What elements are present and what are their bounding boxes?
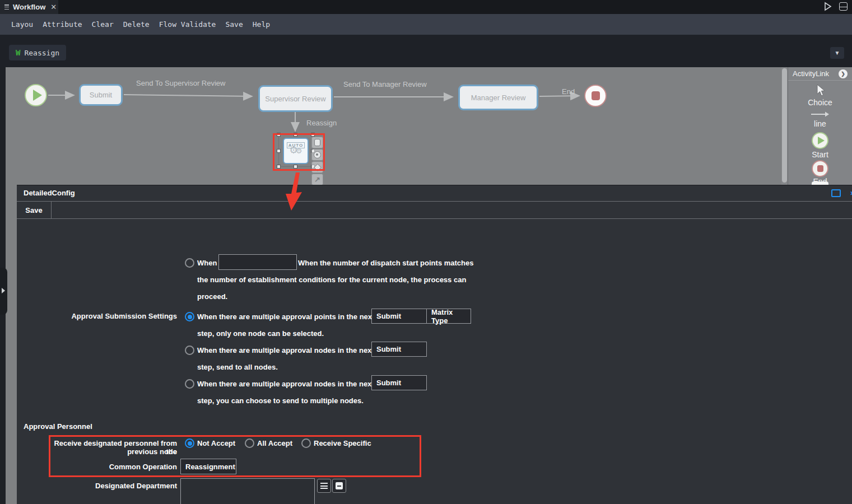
node-supervisor-review[interactable]: Supervisor Review [258,85,333,112]
start-tool-icon[interactable] [812,132,828,149]
edge-label-reassign: Reassign [306,119,337,127]
common-operation-label: Common Operation [54,463,177,471]
activity-link-palette: ActivityLink ❯ Choice line Start End [788,67,852,185]
window-tab-workflow[interactable]: Workflow ✕ [0,0,58,14]
red-highlight-box [273,133,325,171]
start-node[interactable] [25,84,47,106]
menu-item-save[interactable]: Save [225,20,243,29]
config-panel-header: DetailedConfig » [17,185,852,202]
approval-option-1-line1: When there are multiple approval points … [197,312,374,321]
run-icon[interactable] [823,2,832,11]
approval-personnel-heading: Approval Personnel [24,422,92,431]
palette-title: ActivityLink [793,69,829,78]
play-icon [818,137,825,144]
all-accept-label: All Accept [257,439,292,447]
chevron-down-icon: ▼ [835,50,840,56]
approval-option-2-line1: When there are multiple approval nodes i… [197,346,374,354]
approval-option-3-line1: When there are multiple approval nodes i… [197,380,374,388]
common-operation-value-button[interactable]: Reassignment [180,459,236,474]
cursor-icon[interactable] [815,84,825,97]
canvas-scrollbar-track[interactable] [781,67,788,185]
palette-item-line[interactable]: line [788,119,852,128]
title-bar: Workflow ✕ [0,0,852,14]
maximize-icon[interactable] [831,189,841,197]
receive-personnel-label-line2: previous node [54,447,177,456]
menu-item-help[interactable]: Help [253,20,270,29]
dispatch-text-line1: When the number of dispatch start points… [298,259,473,267]
edge-label-to-manager: Send To Manager Review [343,80,427,88]
palette-header: ActivityLink ❯ [788,67,852,81]
menu-item-delete[interactable]: Delete [123,20,150,29]
config-body: When When the number of dispatch start p… [17,219,852,504]
dispatch-condition-radio[interactable] [185,258,194,268]
end-tool-icon[interactable] [812,160,828,177]
approval-option-1-radio[interactable] [185,312,194,321]
chevron-right-icon[interactable]: ❯ [839,69,848,78]
tab-list-dropdown-button[interactable]: ▼ [830,47,844,59]
minus-box-icon [336,482,343,489]
menu-item-attribute[interactable]: Attribute [43,20,82,29]
edge-label-end: End [562,87,575,96]
department-remove-button[interactable] [332,479,346,493]
workflow-app: Workflow ✕ Layou Attribute Clear Delete … [0,0,852,504]
close-icon[interactable]: ✕ [50,3,57,11]
approval-option-1-line2: step, only one node can be selected. [197,329,324,338]
palette-item-start[interactable]: Start [788,150,852,159]
menu-item-flow-validate[interactable]: Flow Validate [159,20,216,29]
edge-label-to-supervisor: Send To Supervisor Review [136,79,225,87]
menu-icon [4,4,9,10]
editor-tab-row: W Reassign ▼ [0,35,852,67]
receive-specific-radio[interactable] [301,438,311,448]
approval-option-3-line2: step, you can choose to send to multiple… [197,396,364,405]
save-button[interactable]: Save [17,202,52,219]
tab-reassign[interactable]: W Reassign [9,45,66,60]
end-node[interactable] [584,85,607,107]
config-panel-title: DetailedConfig [24,189,75,197]
approval-option-2-line2: step, send to all nodes. [197,363,278,371]
workflow-badge-icon: W [16,48,20,57]
menu-item-clear[interactable]: Clear [92,20,114,29]
approval-option-3-radio[interactable] [185,379,194,389]
designated-department-label: Designated Department [54,482,177,490]
menu-bar: Layou Attribute Clear Delete Flow Valida… [0,14,852,35]
left-panel-toggle[interactable] [0,268,7,315]
dispatch-text-line3: proceed. [197,292,227,301]
approval-option-1-input[interactable] [371,309,427,324]
split-editor-icon[interactable] [839,2,848,11]
approval-option-2-input[interactable] [371,342,427,357]
not-accept-label: Not Accept [197,439,235,447]
approval-settings-label: Approval Submission Settings [53,312,177,320]
department-picker-button[interactable] [317,479,331,493]
menu-item-layout[interactable]: Layou [11,20,33,29]
list-icon [320,483,328,489]
palette-item-choice[interactable]: Choice [788,98,852,107]
dispatch-text-line2: the number of establishment conditions f… [197,276,466,284]
link-arrow-icon: ↗ [314,175,320,184]
config-toolbar: Save [17,202,852,219]
node-tool-link-button[interactable]: ↗ [311,174,323,185]
not-accept-radio[interactable] [185,438,194,448]
dispatch-count-input[interactable] [218,254,297,270]
window-tab-title: Workflow [13,3,45,11]
node-submit[interactable]: Submit [79,84,123,106]
overflow-chevron-icon[interactable]: » [850,188,852,197]
canvas-scrollbar-thumb[interactable] [782,68,787,183]
tab-reassign-label: Reassign [24,49,59,57]
all-accept-radio[interactable] [245,438,254,448]
approval-option-3-input[interactable] [371,375,427,390]
stop-icon [817,165,823,172]
designated-department-textarea[interactable] [180,478,315,504]
detailed-config-panel: DetailedConfig » Save When When the numb… [17,185,852,504]
receive-specific-label: Receive Specific [314,439,371,447]
approval-option-2-radio[interactable] [185,346,194,355]
dispatch-prefix-label: When [197,259,217,267]
node-manager-review[interactable]: Manager Review [458,85,538,110]
line-arrow-icon[interactable] [811,111,830,118]
matrix-type-button[interactable]: Matrix Type [426,309,471,324]
play-icon [33,90,42,101]
stop-icon [592,91,600,100]
